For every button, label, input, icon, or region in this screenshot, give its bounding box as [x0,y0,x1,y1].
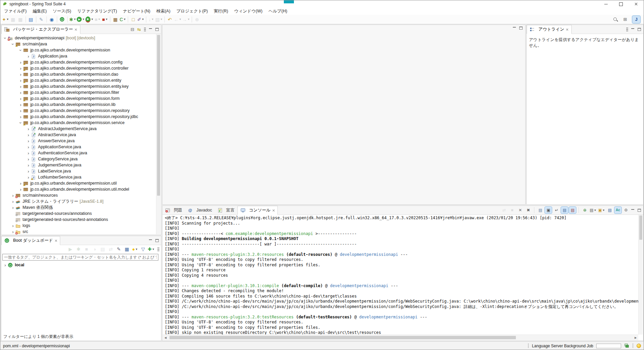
console-output[interactable]: <終了> C:¥sts-4.15.2.RELEASE¥plugins¥org.e… [163,215,638,335]
link-with-editor-icon[interactable]: ⇆ [137,27,141,32]
tree-item[interactable]: ›JMdevelopmentpermissionapi [boot] [devt… [1,35,156,41]
view-menu-icon[interactable] [626,27,628,32]
coverage-icon[interactable]: ▶▼ [85,16,94,23]
menu-item-7[interactable]: 実行(R) [211,8,231,15]
spring-boot-icon[interactable] [59,16,66,23]
tree-item[interactable]: ›JRE システム・ライブラリー [JavaSE-1.8] [1,198,156,204]
open-console-icon[interactable]: ▣▼ [598,207,605,213]
expand-arrow-icon[interactable]: › [10,193,15,198]
minimize-window-button[interactable] [598,0,613,8]
close-tab-icon[interactable] [566,28,569,31]
expand-arrow-icon[interactable]: › [18,72,23,77]
tree-item[interactable]: ›jp.co.ajiko.urbandx.developmentpermissi… [1,47,156,53]
tree-item[interactable]: ›jp.co.ajiko.urbandx.developmentpermissi… [1,77,156,83]
tree-item[interactable]: ›JAAbstractService.java [1,132,156,138]
bd-stop-icon[interactable]: ■ [83,245,90,253]
tree-item[interactable]: ›JLabelService.java [1,168,156,174]
new-class-icon[interactable]: C▼ [119,16,126,23]
expand-arrow-icon[interactable]: › [18,102,23,107]
pin-editor-icon[interactable]: ⊕ [193,16,201,23]
dropdown-arrow-icon[interactable]: ▼ [98,18,101,21]
bd-tags-icon[interactable]: ●▼ [131,245,139,253]
debug-icon[interactable]: ✱▼ [69,16,77,23]
tree-item[interactable]: ›JApplicationService.java [1,144,156,150]
expand-arrow-icon[interactable]: › [26,54,31,59]
bd-pause-icon[interactable]: ◑ [91,245,98,253]
boot-dashboard-item-local[interactable]: ›local [1,262,161,268]
tab-consoleTab[interactable]: コンソール [237,206,278,215]
open-type-icon[interactable]: □ [129,16,137,23]
dropdown-arrow-icon[interactable]: ▼ [6,18,9,21]
menu-item-2[interactable]: ソース(S) [50,8,74,15]
tree-item[interactable]: ›jp.co.ajiko.urbandx.developmentpermissi… [1,120,156,126]
tree-item[interactable]: ›JAAbstractJudgementService.java [1,126,156,132]
tree-item[interactable]: ›jp.co.ajiko.urbandx.developmentpermissi… [1,83,156,89]
tree-item[interactable]: ›jp.co.ajiko.urbandx.developmentpermissi… [1,186,156,192]
expand-arrow-icon[interactable]: › [26,126,31,131]
package-explorer-scrollbar[interactable] [156,34,161,234]
expand-arrow-icon[interactable]: › [26,163,31,168]
bd-start-icon[interactable]: ▶ [67,245,74,253]
expand-arrow-icon[interactable]: › [18,60,23,65]
menu-item-0[interactable]: ファイル(F) [1,8,30,15]
dropdown-arrow-icon[interactable]: ▼ [187,18,190,21]
skip-breakpoints-icon[interactable]: ◉ [48,16,55,23]
scroll-lock-icon[interactable]: ▣ [545,207,552,213]
expand-arrow-icon[interactable]: › [18,114,23,119]
last-edit-icon[interactable]: ↶ [166,16,174,23]
expand-arrow-icon[interactable]: › [26,139,31,144]
tree-item[interactable]: ›jp.co.ajiko.urbandx.developmentpermissi… [1,95,156,102]
run-icon[interactable]: ▶▼ [76,16,85,23]
close-tab-icon[interactable] [75,28,77,31]
java-perspective-button[interactable]: J [632,16,640,23]
expand-arrow-icon[interactable]: › [18,90,23,95]
minimize-view-icon[interactable] [631,209,635,212]
tree-item[interactable]: target/generated-test-sources/test-annot… [1,217,156,223]
dropdown-arrow-icon[interactable]: ▼ [135,248,138,251]
expand-arrow-icon[interactable]: › [10,229,15,234]
show-stdout-icon[interactable]: ▤ [561,207,568,213]
console-stop-icon[interactable]: ■ [508,207,516,213]
dropdown-arrow-icon[interactable]: ▼ [82,18,85,21]
dropdown-arrow-icon[interactable]: ▼ [602,209,605,212]
ansi-console-icon[interactable]: Ac [614,207,621,213]
console-horizontal-scrollbar[interactable]: ◀ ▶ [163,335,638,340]
tab-boot-dashboard[interactable]: Boot ダッシュボード [1,236,60,245]
expand-arrow-icon[interactable]: › [10,42,15,47]
menu-item-1[interactable]: 編集(E) [30,8,50,15]
tree-item[interactable]: ›src/main/resources [1,192,156,198]
tree-item[interactable]: ›JAuthenticationService.java [1,150,156,156]
expand-arrow-icon[interactable]: › [18,120,23,125]
new-wizard-icon[interactable]: ✦▼ [2,16,9,23]
menu-item-5[interactable]: 検索(A) [153,8,174,15]
expand-arrow-icon[interactable]: › [10,205,15,210]
expand-arrow-icon[interactable]: › [18,187,23,192]
dropdown-arrow-icon[interactable]: ▼ [91,18,93,21]
expand-arrow-icon[interactable]: › [26,132,31,138]
display-selected-console-icon[interactable]: ▤▼ [589,207,597,213]
clear-console-icon[interactable]: ▤ [537,207,544,213]
dropdown-arrow-icon[interactable]: ▼ [594,209,597,212]
terminate-icon[interactable]: ■▼ [101,16,109,23]
minimize-view-icon[interactable] [149,28,152,31]
expand-arrow-icon[interactable]: › [26,145,31,150]
maximize-view-icon[interactable] [638,28,641,31]
tree-item[interactable]: ›JJudgementService.java [1,162,156,168]
tab-package-explorer[interactable]: パッケージ・エクスプローラー [1,25,80,34]
view-menu-icon[interactable] [144,27,146,32]
tab-javadoc[interactable]: @Javadoc [185,206,215,215]
tab-problems[interactable]: 問題 [162,206,185,215]
expand-arrow-icon[interactable]: › [10,199,15,204]
tree-item[interactable]: ›src [1,229,156,235]
dropdown-arrow-icon[interactable]: ▼ [123,18,126,21]
dropdown-arrow-icon[interactable]: ▼ [179,18,182,21]
tab-outline[interactable]: アウトライン [527,25,572,34]
expand-arrow-icon[interactable]: › [18,78,23,83]
snippet-icon[interactable]: ▧▼ [155,16,163,23]
word-wrap-icon[interactable]: ↵ [553,207,560,213]
tree-item[interactable]: ›jp.co.ajiko.urbandx.developmentpermissi… [1,114,156,120]
scroll-left-icon[interactable]: ◀ [163,336,168,339]
console-hyperlink[interactable]: developmentpermissionapi [330,283,388,288]
tree-item[interactable]: ›jp.co.ajiko.urbandx.developmentpermissi… [1,108,156,114]
console-close-all-icon[interactable]: ✖ [525,207,532,213]
